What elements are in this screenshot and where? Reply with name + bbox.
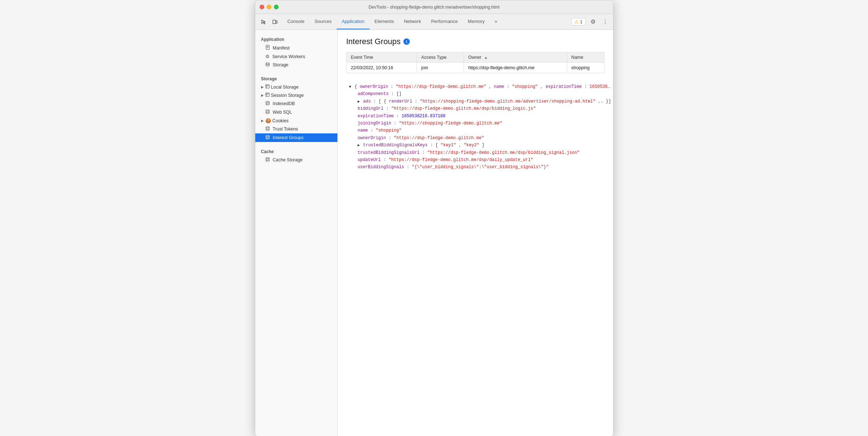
indexeddb-icon xyxy=(265,101,270,106)
col-header-owner[interactable]: Owner ▲ xyxy=(464,52,567,63)
svg-point-19 xyxy=(266,129,269,131)
svg-point-23 xyxy=(266,160,269,161)
storage-app-icon xyxy=(265,62,270,68)
devtools-window: DevTools - shopping-fledge-demo.glitch.m… xyxy=(255,0,613,436)
json-line-updateurl: updateUrl : "https://dsp-fledge-demo.gli… xyxy=(346,156,604,164)
minimize-button[interactable] xyxy=(267,5,271,9)
svg-point-18 xyxy=(266,127,269,128)
settings-button[interactable]: ⚙ xyxy=(588,17,598,27)
svg-rect-0 xyxy=(273,20,276,24)
cookies-icon: 🍪 xyxy=(265,118,271,123)
tab-list: Console Sources Application Elements Net… xyxy=(283,14,503,29)
svg-rect-11 xyxy=(266,93,269,96)
sidebar-item-web-sql[interactable]: Web SQL xyxy=(255,108,337,117)
info-icon[interactable]: i xyxy=(403,38,410,45)
svg-point-21 xyxy=(266,138,269,139)
inspect-icon[interactable] xyxy=(258,17,269,27)
tab-network[interactable]: Network xyxy=(399,14,426,29)
col-header-access-type[interactable]: Access Type xyxy=(417,52,464,63)
cookies-chevron: ▶ xyxy=(261,119,264,123)
trusted-keys-toggle[interactable]: ▶ xyxy=(358,143,360,147)
json-line-ads[interactable]: ▶ ads : [ { renderUrl : "https://shoppin… xyxy=(346,98,604,105)
json-tree: ▼ { ownerOrigin : "https://dsp-fledge-de… xyxy=(346,80,604,174)
json-line-expirationtime: expirationTime : 1650538216.837188 xyxy=(346,113,604,120)
titlebar: DevTools - shopping-fledge-demo.glitch.m… xyxy=(255,0,613,14)
tab-memory[interactable]: Memory xyxy=(463,14,490,29)
tab-application[interactable]: Application xyxy=(337,14,370,29)
session-storage-icon xyxy=(265,93,270,98)
owner-sort-icon: ▲ xyxy=(484,56,488,60)
sidebar-item-manifest[interactable]: Manifest xyxy=(255,43,337,52)
json-line-biddingurl: biddingUrl : "https://dsp-fledge-demo.gl… xyxy=(346,105,604,112)
page-title: Interest Groups xyxy=(346,37,401,46)
warning-icon: ⚠ xyxy=(574,19,579,24)
main-layout: Application Manifest ⚙ Service Workers xyxy=(255,30,613,436)
sidebar-item-indexeddb[interactable]: IndexedDB xyxy=(255,99,337,108)
sidebar-item-service-workers[interactable]: ⚙ Service Workers xyxy=(255,52,337,61)
toolbar-right: ⚠ 1 ⚙ ⋮ xyxy=(571,17,610,27)
cell-owner: https://dsp-fledge-demo.glitch.me xyxy=(464,63,567,73)
json-line-name: name : "shopping" xyxy=(346,127,604,134)
sidebar-item-local-storage[interactable]: ▶ Local Storage xyxy=(255,83,337,91)
interest-groups-table: Event Time Access Type Owner ▲ Name xyxy=(346,52,604,73)
svg-rect-8 xyxy=(266,85,269,88)
content-area: Interest Groups i Event Time Access Type… xyxy=(338,30,613,436)
traffic-lights xyxy=(260,5,279,9)
cell-event-time: 22/03/2022, 10:50:16 xyxy=(346,63,417,73)
tab-performance[interactable]: Performance xyxy=(426,14,463,29)
svg-point-6 xyxy=(266,63,269,64)
sidebar-section-storage: Storage xyxy=(255,74,337,83)
json-tree-top-line[interactable]: ▼ { ownerOrigin : "https://dsp-fledge-de… xyxy=(346,83,604,90)
sidebar-section-cache: Cache xyxy=(255,146,337,156)
sidebar-item-cookies[interactable]: ▶ 🍪 Cookies xyxy=(255,117,337,125)
tab-console[interactable]: Console xyxy=(283,14,310,29)
svg-point-15 xyxy=(266,104,269,105)
service-workers-icon: ⚙ xyxy=(265,54,270,59)
sidebar-item-session-storage[interactable]: ▶ Session Storage xyxy=(255,91,337,99)
sidebar-section-application: Application xyxy=(255,34,337,43)
svg-point-16 xyxy=(266,110,269,111)
json-line-trustedbiddingsignalsurl: trustedBiddingSignalsUrl : "https://dsp-… xyxy=(346,149,604,156)
warning-badge[interactable]: ⚠ 1 xyxy=(571,18,586,25)
maximize-button[interactable] xyxy=(274,5,279,9)
session-storage-chevron: ▶ xyxy=(261,93,264,97)
svg-point-22 xyxy=(266,157,269,159)
local-storage-chevron: ▶ xyxy=(261,85,264,89)
interest-groups-icon xyxy=(265,135,270,141)
tab-more[interactable]: » xyxy=(490,14,502,29)
sidebar: Application Manifest ⚙ Service Workers xyxy=(255,30,338,436)
svg-point-14 xyxy=(266,101,269,103)
more-options-button[interactable]: ⋮ xyxy=(600,17,610,27)
tree-top-toggle[interactable]: ▼ xyxy=(349,85,351,89)
json-line-joiningorigin: joiningOrigin : "https://shopping-fledge… xyxy=(346,120,604,127)
svg-rect-2 xyxy=(266,45,269,49)
svg-point-17 xyxy=(266,112,269,114)
manifest-icon xyxy=(265,45,270,51)
sidebar-item-storage-app[interactable]: Storage xyxy=(255,61,337,69)
col-header-name[interactable]: Name xyxy=(567,52,604,63)
svg-point-7 xyxy=(266,65,269,66)
json-line-userbiddingsignals: userBiddingSignals : "{\"user_bidding_si… xyxy=(346,164,604,171)
page-title-row: Interest Groups i xyxy=(346,37,604,46)
json-line-trustedbiddingsignalskeys[interactable]: ▶ trustedBiddingSignalsKeys : [ "key1" ,… xyxy=(346,142,604,149)
web-sql-icon xyxy=(265,109,270,115)
local-storage-icon xyxy=(265,84,270,90)
tab-sources[interactable]: Sources xyxy=(309,14,337,29)
cache-storage-icon xyxy=(265,157,270,163)
window-title: DevTools - shopping-fledge-demo.glitch.m… xyxy=(369,5,499,10)
sidebar-item-trust-tokens[interactable]: Trust Tokens xyxy=(255,125,337,133)
sidebar-item-cache-storage[interactable]: Cache Storage xyxy=(255,156,337,164)
col-header-event-time[interactable]: Event Time xyxy=(346,52,417,63)
json-line-adcomponents: adComponents : [] xyxy=(346,90,604,98)
device-toggle-icon[interactable] xyxy=(270,17,280,27)
table-row[interactable]: 22/03/2022, 10:50:16 join https://dsp-fl… xyxy=(346,63,604,73)
json-line-ownerorigin: ownerOrigin : "https://dsp-fledge-demo.g… xyxy=(346,134,604,142)
sidebar-item-interest-groups[interactable]: Interest Groups xyxy=(255,133,337,142)
tab-elements[interactable]: Elements xyxy=(370,14,399,29)
close-button[interactable] xyxy=(260,5,264,9)
ads-toggle[interactable]: ▶ xyxy=(358,100,360,104)
cell-name: shopping xyxy=(567,63,604,73)
svg-rect-1 xyxy=(276,21,277,23)
toolbar: Console Sources Application Elements Net… xyxy=(255,14,613,30)
svg-point-20 xyxy=(266,135,269,137)
